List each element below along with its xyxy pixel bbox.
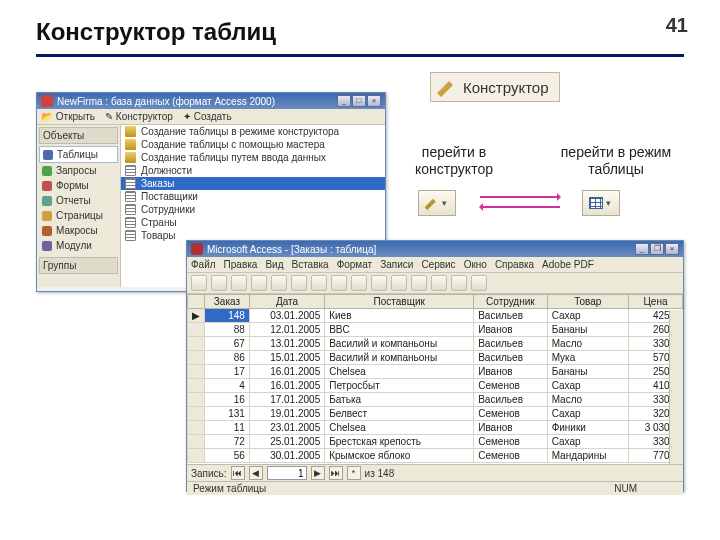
table-row[interactable]: 1617.01.2005БатькаВасильевМасло330р. bbox=[188, 393, 683, 407]
cell[interactable]: 15.01.2005 bbox=[249, 351, 324, 365]
cell[interactable]: Иванов bbox=[474, 323, 547, 337]
cell[interactable]: 72 bbox=[205, 435, 250, 449]
cell[interactable]: 13.01.2005 bbox=[249, 337, 324, 351]
help-button[interactable] bbox=[471, 275, 487, 291]
cell[interactable]: Финики bbox=[547, 421, 628, 435]
sidebar-item-modules[interactable]: Модули bbox=[39, 238, 118, 253]
sidebar-item-reports[interactable]: Отчеты bbox=[39, 193, 118, 208]
cell[interactable]: Василий и компаньоны bbox=[325, 337, 474, 351]
row-selector[interactable] bbox=[188, 379, 205, 393]
table-row[interactable]: 8615.01.2005Василий и компаньоныВасильев… bbox=[188, 351, 683, 365]
delete-record-button[interactable] bbox=[451, 275, 467, 291]
table-row[interactable]: 1123.01.2005ChelseaИвановФиники3 030р. bbox=[188, 421, 683, 435]
cell[interactable]: Василий и компаньоны bbox=[325, 351, 474, 365]
row-selector[interactable] bbox=[188, 323, 205, 337]
list-item[interactable]: Создание таблицы с помощью мастера bbox=[121, 138, 385, 151]
cell[interactable]: Семенов bbox=[474, 407, 547, 421]
menu-tools[interactable]: Сервис bbox=[421, 259, 455, 270]
print-button[interactable] bbox=[231, 275, 247, 291]
cell[interactable]: Семенов bbox=[474, 435, 547, 449]
open-button[interactable]: 📂 Открыть bbox=[41, 111, 95, 122]
copy-button[interactable] bbox=[311, 275, 327, 291]
col-employee[interactable]: Сотрудник bbox=[474, 295, 547, 309]
save-button[interactable] bbox=[211, 275, 227, 291]
cell[interactable]: Семенов bbox=[474, 449, 547, 463]
cut-button[interactable] bbox=[291, 275, 307, 291]
cell[interactable]: 88 bbox=[205, 323, 250, 337]
cell[interactable]: Сахар bbox=[547, 407, 628, 421]
cell[interactable]: 16.01.2005 bbox=[249, 379, 324, 393]
view-button[interactable] bbox=[191, 275, 207, 291]
cell[interactable]: Иванов bbox=[474, 421, 547, 435]
filter-button[interactable] bbox=[391, 275, 407, 291]
cell[interactable]: Chelsea bbox=[325, 421, 474, 435]
sidebar-item-queries[interactable]: Запросы bbox=[39, 163, 118, 178]
paste-button[interactable] bbox=[331, 275, 347, 291]
table-row[interactable]: 7225.01.2005Брестская крепостьСеменовСах… bbox=[188, 435, 683, 449]
cell[interactable]: Брестская крепость bbox=[325, 435, 474, 449]
list-item[interactable]: Сотрудники bbox=[121, 203, 385, 216]
sidebar-item-pages[interactable]: Страницы bbox=[39, 208, 118, 223]
cell[interactable]: Иванов bbox=[474, 365, 547, 379]
row-selector[interactable] bbox=[188, 407, 205, 421]
list-item[interactable]: Поставщики bbox=[121, 190, 385, 203]
datasheet-view-mode-button[interactable]: ▾ bbox=[582, 190, 620, 216]
cell[interactable]: Сахар bbox=[547, 379, 628, 393]
nav-new[interactable]: * bbox=[347, 466, 361, 480]
cell[interactable]: Сахар bbox=[547, 435, 628, 449]
table-row[interactable]: 13119.01.2005БелвестСеменовСахар320р. bbox=[188, 407, 683, 421]
menubar[interactable]: Файл Правка Вид Вставка Формат Записи Се… bbox=[187, 257, 683, 273]
row-selector[interactable]: ▶ bbox=[188, 309, 205, 323]
col-product[interactable]: Товар bbox=[547, 295, 628, 309]
cell[interactable]: Масло bbox=[547, 337, 628, 351]
close-button[interactable]: × bbox=[665, 243, 679, 255]
minimize-button[interactable]: _ bbox=[337, 95, 351, 107]
cell[interactable]: Крымское яблоко bbox=[325, 449, 474, 463]
nav-prev[interactable]: ◀ bbox=[249, 466, 263, 480]
menu-records[interactable]: Записи bbox=[380, 259, 413, 270]
list-item[interactable]: Создание таблицы путем ввода данных bbox=[121, 151, 385, 164]
cell[interactable]: Васильев bbox=[474, 351, 547, 365]
row-selector[interactable] bbox=[188, 337, 205, 351]
preview-button[interactable] bbox=[251, 275, 267, 291]
menu-format[interactable]: Формат bbox=[337, 259, 373, 270]
sidebar-item-forms[interactable]: Формы bbox=[39, 178, 118, 193]
cell[interactable]: Батька bbox=[325, 393, 474, 407]
cell[interactable]: Петросбыт bbox=[325, 379, 474, 393]
table-row[interactable]: 8812.01.2005BBCИвановБананы260р. bbox=[188, 323, 683, 337]
cell[interactable]: Васильев bbox=[474, 393, 547, 407]
table-row[interactable]: 6713.01.2005Василий и компаньоныВасильев… bbox=[188, 337, 683, 351]
nav-next[interactable]: ▶ bbox=[311, 466, 325, 480]
cell[interactable]: 16.01.2005 bbox=[249, 365, 324, 379]
cell[interactable]: 17 bbox=[205, 365, 250, 379]
restore-button[interactable]: ❐ bbox=[650, 243, 664, 255]
menu-window[interactable]: Окно bbox=[464, 259, 487, 270]
table-row[interactable]: ▶14803.01.2005КиевВасильевСахар425р. bbox=[188, 309, 683, 323]
cell[interactable]: 131 bbox=[205, 407, 250, 421]
row-selector[interactable] bbox=[188, 435, 205, 449]
maximize-button[interactable]: □ bbox=[352, 95, 366, 107]
vertical-scrollbar[interactable] bbox=[669, 310, 683, 464]
menu-help[interactable]: Справка bbox=[495, 259, 534, 270]
col-supplier[interactable]: Поставщик bbox=[325, 295, 474, 309]
col-id[interactable]: Заказ bbox=[205, 295, 250, 309]
cell[interactable]: 17.01.2005 bbox=[249, 393, 324, 407]
menu-insert[interactable]: Вставка bbox=[291, 259, 328, 270]
list-item[interactable]: Создание таблицы в режиме конструктора bbox=[121, 125, 385, 138]
create-button[interactable]: ✦ Создать bbox=[183, 111, 232, 122]
cell[interactable]: 30.01.2005 bbox=[249, 449, 324, 463]
find-button[interactable] bbox=[411, 275, 427, 291]
cell[interactable]: Васильев bbox=[474, 337, 547, 351]
col-date[interactable]: Дата bbox=[249, 295, 324, 309]
nav-last[interactable]: ⏭ bbox=[329, 466, 343, 480]
cell[interactable]: Белвест bbox=[325, 407, 474, 421]
menu-view[interactable]: Вид bbox=[265, 259, 283, 270]
design-view-mode-button[interactable]: ▾ bbox=[418, 190, 456, 216]
cell[interactable]: Бананы bbox=[547, 365, 628, 379]
nav-first[interactable]: ⏮ bbox=[231, 466, 245, 480]
cell[interactable]: 4 bbox=[205, 379, 250, 393]
menu-edit[interactable]: Правка bbox=[224, 259, 258, 270]
cell[interactable]: 56 bbox=[205, 449, 250, 463]
close-button[interactable]: × bbox=[367, 95, 381, 107]
sort-asc-button[interactable] bbox=[351, 275, 367, 291]
